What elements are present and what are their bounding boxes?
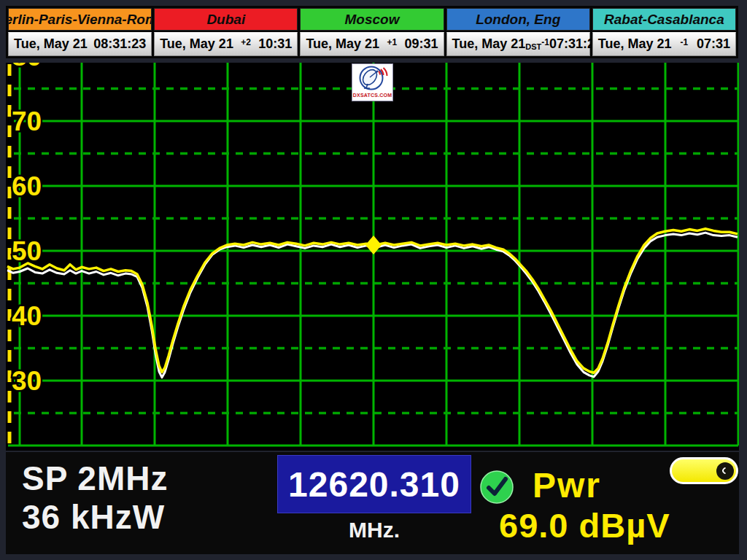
logo-caption: DXSATCS.COM: [353, 93, 392, 98]
dxsatcs-logo: DXSATCS.COM: [352, 63, 393, 101]
city-time-row: Tue, May 21+210:31: [154, 32, 298, 56]
city-date: Tue, May 21: [14, 36, 88, 52]
spectrum-analyzer-screen: Berlin-Paris-Vienna-RomaTue, May 2108:31…: [0, 0, 747, 560]
y-axis-tick-label: 30: [12, 366, 42, 396]
city-name: Berlin-Paris-Vienna-Roma: [8, 8, 152, 31]
utc-offset: -1: [680, 37, 688, 51]
city-name: London, Eng: [446, 8, 590, 31]
city-date: Tue, May 21: [306, 36, 379, 52]
spectrum-svg: 807060504030: [6, 63, 739, 451]
city-time-row: Tue, May 21+109:31: [300, 32, 444, 56]
utc-offset: +1: [387, 37, 397, 51]
utc-offset: DST-1: [525, 37, 549, 51]
clock-bar: Berlin-Paris-Vienna-RomaTue, May 2108:31…: [6, 6, 738, 58]
utc-offset: +2: [241, 37, 251, 51]
city-clock: 08:31:23: [93, 36, 146, 52]
toggle-knob-icon: [716, 462, 734, 480]
city-time-row: Tue, May 21DST-107:31:23: [446, 32, 590, 56]
city-clock: 10:31: [258, 36, 292, 52]
y-axis-tick-label: 60: [12, 171, 42, 201]
y-axis-tick-label: 40: [12, 301, 42, 331]
clock-column: MoscowTue, May 21+109:31: [300, 8, 444, 56]
city-date: Tue, May 21: [598, 36, 672, 52]
clock-column: Rabat-CasablancaTue, May 21-107:31: [592, 8, 736, 56]
check-icon: [479, 469, 515, 505]
readout-panel: SP 2MHz 36 kHzW 12620.310 MHz. Pwr 69.0 …: [6, 452, 739, 554]
clock-column: London, EngTue, May 21DST-107:31:23: [446, 8, 590, 56]
frequency-display[interactable]: 12620.310: [277, 455, 471, 513]
city-time-row: Tue, May 2108:31:23: [8, 32, 152, 56]
y-axis-tick-label: 80: [12, 63, 42, 71]
span-label: SP 2MHz: [22, 459, 168, 498]
y-axis-tick-label: 50: [12, 236, 42, 266]
lock-indicator: [479, 469, 515, 505]
span-bandwidth-readout: SP 2MHz 36 kHzW: [22, 459, 168, 537]
city-time-row: Tue, May 21-107:31: [592, 32, 736, 56]
city-name: Rabat-Casablanca: [592, 8, 736, 31]
power-value: 69.0 dBµV: [499, 505, 670, 545]
satellite-dish-icon: [357, 65, 389, 93]
city-clock: 09:31: [405, 36, 438, 52]
city-date: Tue, May 21: [452, 36, 526, 52]
clock-column: DubaiTue, May 21+210:31: [154, 8, 298, 56]
clock-column: Berlin-Paris-Vienna-RomaTue, May 2108:31…: [8, 8, 152, 56]
y-axis-tick-label: 70: [12, 106, 42, 136]
city-date: Tue, May 21: [160, 36, 233, 52]
city-name: Moscow: [300, 8, 444, 31]
city-clock: 07:31: [697, 36, 730, 52]
toggle-pill[interactable]: [670, 457, 738, 484]
bandwidth-label: 36 kHzW: [22, 498, 168, 537]
spectrum-plot: 807060504030: [6, 63, 739, 451]
frequency-unit-label: MHz.: [277, 518, 471, 542]
power-label: Pwr: [533, 465, 601, 505]
city-name: Dubai: [154, 8, 298, 31]
